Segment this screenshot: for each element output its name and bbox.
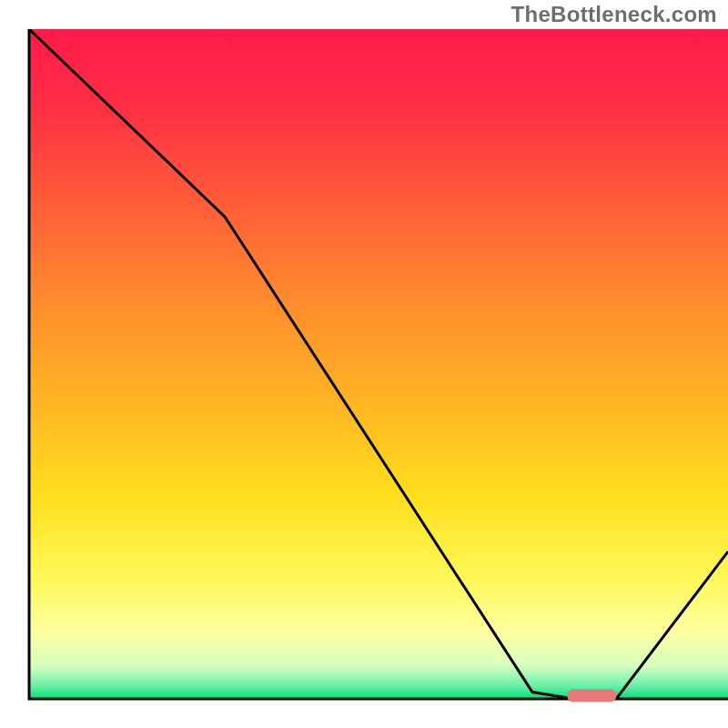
chart-stage: TheBottleneck.com xyxy=(0,0,728,728)
watermark-text: TheBottleneck.com xyxy=(511,2,717,27)
chart-svg xyxy=(0,0,728,728)
optimal-segment-marker xyxy=(567,689,616,702)
